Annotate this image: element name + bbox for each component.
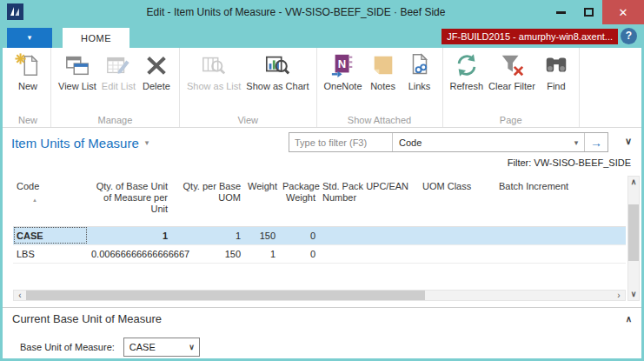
minimize-button[interactable] — [547, 0, 574, 24]
page-title[interactable]: Item Units of Measure — [11, 136, 139, 150]
scroll-down-icon[interactable]: ∨ — [631, 289, 637, 300]
scroll-up-icon[interactable]: ∧ — [631, 177, 637, 188]
horizontal-scroll-thumb[interactable] — [26, 291, 425, 300]
column-header-code[interactable]: Code▲ — [13, 176, 88, 226]
cell-std-pack[interactable] — [319, 226, 419, 244]
view-list-button[interactable]: View List — [56, 50, 99, 91]
filter-input[interactable] — [289, 133, 392, 151]
base-uom-field-label: Base Unit of Measure: — [20, 342, 115, 352]
cell-qty-base[interactable]: 0.00666666666666667 — [88, 244, 171, 263]
close-icon: ✕ — [619, 6, 628, 19]
cell-code[interactable]: CASE — [13, 226, 88, 244]
notes-button[interactable]: Notes — [365, 50, 402, 91]
cell-weight[interactable]: 150 — [244, 226, 279, 244]
tab-home[interactable]: HOME — [63, 28, 129, 48]
show-as-list-icon — [201, 52, 227, 78]
show-as-chart-button[interactable]: Show as Chart — [243, 50, 311, 91]
dynamics-nav-logo-icon — [7, 3, 23, 20]
base-uom-value: CASE — [129, 342, 156, 352]
sort-ascending-icon: ▲ — [32, 195, 84, 206]
minimize-icon — [556, 11, 566, 14]
collapse-page-chevron-icon[interactable]: ∨ — [625, 136, 632, 147]
horizontal-scroll-track[interactable] — [26, 291, 613, 300]
table-row[interactable]: LBS 0.00666666666666667 150 1 0 — [13, 244, 626, 263]
column-header-qty-base[interactable]: Qty. of Base Unit of Measure per Unit — [88, 176, 171, 226]
page-title-dropdown-icon[interactable]: ▾ — [145, 138, 149, 147]
refresh-button[interactable]: Refresh — [448, 50, 487, 91]
vertical-scroll-track[interactable] — [628, 188, 639, 289]
ribbon-group-manage: View List Edit List — [51, 48, 180, 127]
cell-weight[interactable]: 1 — [244, 244, 279, 263]
current-base-uom-section: Current Base Unit of Measure ∧ Base Unit… — [3, 307, 641, 357]
view-list-icon — [64, 52, 90, 78]
column-header-std-pack[interactable]: Std. Pack UPC/EAN Number — [319, 176, 419, 226]
scroll-right-icon[interactable]: › — [613, 291, 625, 300]
delete-button[interactable]: Delete — [138, 50, 175, 91]
find-button[interactable]: Find — [538, 50, 574, 91]
new-button[interactable]: New — [10, 50, 46, 91]
combo-dropdown-icon: ∨ — [189, 343, 199, 351]
column-header-qty-per-uom[interactable]: Qty. per Base UOM — [171, 176, 244, 226]
apply-filter-button[interactable]: → — [585, 136, 607, 150]
ribbon: New New View List — [3, 48, 641, 128]
application-menu-button[interactable]: ▾ — [7, 28, 52, 48]
base-uom-combobox[interactable]: CASE ∨ — [123, 338, 200, 357]
collapse-section-chevron-icon[interactable]: ∧ — [626, 314, 632, 324]
onenote-button[interactable]: N OneNote — [322, 50, 365, 91]
cell-std-pack[interactable] — [319, 244, 419, 263]
group-label-show-attached: Show Attached — [322, 113, 438, 126]
show-as-list-button[interactable]: Show as List — [184, 50, 243, 91]
maximize-button[interactable] — [574, 0, 602, 24]
client-area: New New View List — [3, 48, 641, 358]
group-label-new: New — [10, 113, 46, 126]
filter-box: Code ▾ → — [289, 132, 608, 152]
cell-batch-increment[interactable] — [495, 226, 626, 244]
uom-table: Code▲ Qty. of Base Unit of Measure per U… — [13, 176, 626, 264]
uom-grid-area: Code▲ Qty. of Base Unit of Measure per U… — [3, 174, 641, 301]
group-label-manage: Manage — [56, 113, 175, 126]
ribbon-group-new: New New — [5, 48, 51, 127]
section-title: Current Base Unit of Measure — [12, 312, 162, 325]
nav-window: Edit - Item Units of Measure - VW-SISO-B… — [0, 0, 644, 361]
vertical-scrollbar[interactable]: ∧ ∨ — [627, 176, 640, 301]
clear-filter-icon — [499, 52, 525, 78]
cell-qty-base[interactable]: 1 — [88, 226, 171, 244]
filter-column-dropdown-icon[interactable]: ▾ — [568, 138, 584, 147]
cell-package-weight[interactable]: 0 — [279, 244, 319, 263]
ribbon-group-view: Show as List Show as Chart — [180, 48, 317, 127]
cell-uom-class[interactable] — [419, 244, 495, 263]
filter-column-select[interactable]: Code — [393, 137, 568, 148]
onenote-icon: N — [330, 52, 356, 78]
window-title: Edit - Item Units of Measure - VW-SISO-B… — [52, 0, 540, 24]
scroll-left-icon[interactable]: ‹ — [14, 291, 26, 300]
show-as-chart-icon — [264, 52, 290, 78]
vertical-scroll-thumb[interactable] — [628, 204, 639, 261]
edit-list-button[interactable]: Edit List — [99, 50, 138, 91]
help-icon: ? — [626, 30, 632, 42]
column-header-weight[interactable]: Weight — [244, 176, 279, 226]
cell-qty-per-uom[interactable]: 1 — [171, 226, 244, 244]
table-row[interactable]: CASE 1 1 150 0 — [13, 226, 626, 244]
edit-list-icon — [105, 52, 131, 78]
server-connection-badge: JF-BUILD2015 - amurphy-win8.axent... — [442, 29, 618, 44]
maximize-icon — [584, 8, 594, 17]
cell-package-weight[interactable]: 0 — [279, 226, 319, 244]
close-button[interactable]: ✕ — [602, 0, 644, 24]
column-header-package-weight[interactable]: Package Weight — [279, 176, 319, 226]
ribbon-tab-row: ▾ HOME JF-BUILD2015 - amurphy-win8.axent… — [3, 24, 641, 48]
cell-uom-class[interactable] — [419, 226, 495, 244]
column-header-uom-class[interactable]: UOM Class — [419, 176, 495, 226]
links-button[interactable]: Links — [402, 50, 438, 91]
section-header[interactable]: Current Base Unit of Measure ∧ — [3, 308, 641, 330]
page-header: Item Units of Measure ▾ Code ▾ → ∨ — [3, 128, 641, 157]
find-icon — [543, 52, 569, 78]
cell-batch-increment[interactable] — [495, 244, 626, 263]
help-button[interactable]: ? — [621, 28, 637, 44]
cell-code[interactable]: LBS — [13, 244, 88, 263]
column-header-batch-increment[interactable]: Batch Increment — [495, 176, 626, 226]
ribbon-group-show-attached: N OneNote Notes — [317, 48, 443, 127]
links-icon — [407, 52, 433, 78]
horizontal-scrollbar[interactable]: ‹ › — [13, 290, 626, 301]
delete-icon — [143, 52, 169, 78]
clear-filter-button[interactable]: Clear Filter — [486, 50, 538, 91]
